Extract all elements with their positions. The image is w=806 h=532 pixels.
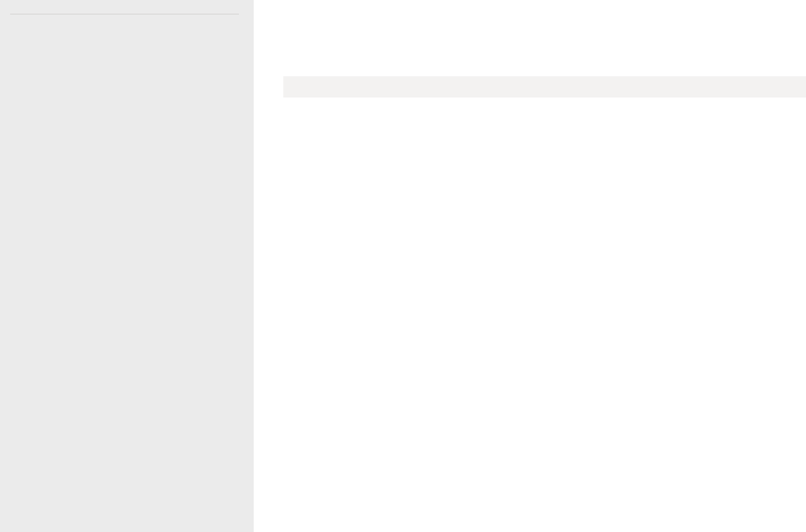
sidebar-top-items: [0, 0, 254, 6]
templated-policies-section: [298, 139, 806, 158]
policies-section: [298, 296, 806, 312]
sidebar: [0, 0, 254, 532]
info-banner: [283, 76, 806, 98]
main-content: [254, 0, 806, 532]
info-icon: [289, 80, 303, 94]
sidebar-divider: [10, 14, 239, 14]
